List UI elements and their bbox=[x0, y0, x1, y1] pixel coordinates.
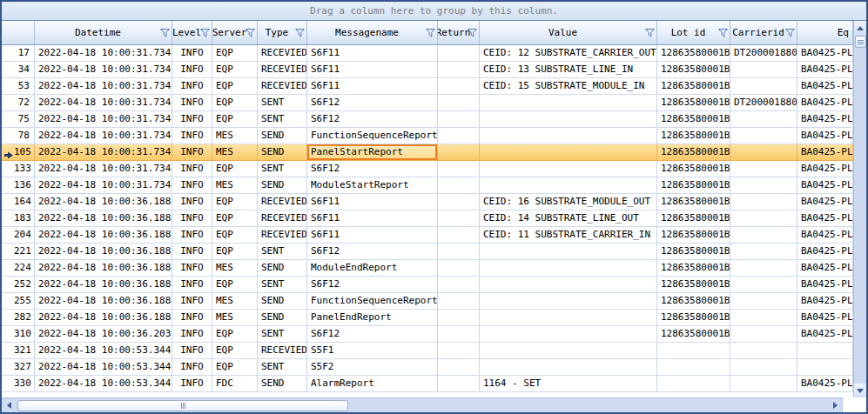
table-row[interactable]: 1832022-04-18 10:00:36.188INFOEQPRECEVIE… bbox=[2, 210, 853, 227]
cell-messagename: S6F12 bbox=[307, 277, 438, 293]
cell-eqpid: BA0425-PLA bbox=[797, 227, 853, 244]
table-row[interactable]: 752022-04-18 10:00:31.734INFOEQPSENTS6F1… bbox=[2, 111, 853, 128]
cell-carrierid bbox=[730, 227, 797, 244]
cell-eqpid: BA0425-PLA bbox=[797, 310, 853, 326]
cell-server: EQP bbox=[212, 326, 258, 343]
cell-return bbox=[438, 177, 480, 194]
table-row[interactable]: 2212022-04-18 10:00:36.188INFOEQPSENTS6F… bbox=[2, 244, 853, 260]
cell-lotid bbox=[657, 376, 730, 392]
table-row[interactable]: 1332022-04-18 10:00:31.734INFOEQPSENTS6F… bbox=[2, 161, 853, 177]
cell-datetime: 2022-04-18 10:00:31.734 bbox=[35, 95, 172, 111]
cell-server: EQP bbox=[212, 62, 258, 78]
filter-icon[interactable] bbox=[785, 29, 795, 37]
column-header-server[interactable]: Server bbox=[212, 21, 258, 45]
cell-messagename: AlarmReport bbox=[307, 376, 438, 392]
column-header-messagename[interactable]: Messagename bbox=[307, 21, 438, 45]
filter-icon[interactable] bbox=[645, 29, 655, 37]
table-row[interactable]: 722022-04-18 10:00:31.734INFOEQPSENTS6F1… bbox=[2, 95, 853, 111]
cell-value bbox=[480, 244, 657, 260]
cell-messagename: PanelEndReport bbox=[307, 310, 438, 326]
table-row[interactable]: 782022-04-18 10:00:31.734INFOMESSENDFunc… bbox=[2, 128, 853, 144]
filter-icon[interactable] bbox=[160, 29, 170, 37]
cell-type: SENT bbox=[258, 277, 307, 293]
scroll-right-button[interactable] bbox=[828, 398, 842, 412]
cell-server: EQP bbox=[212, 161, 258, 177]
cell-type: RECEVIED bbox=[258, 210, 307, 227]
column-header-level[interactable]: Level bbox=[172, 21, 212, 45]
table-row[interactable]: 2242022-04-18 10:00:36.188INFOMESSENDMod… bbox=[2, 260, 853, 277]
cell-level: INFO bbox=[172, 277, 212, 293]
scroll-left-button[interactable] bbox=[2, 398, 16, 412]
table-row[interactable]: 1642022-04-18 10:00:36.188INFOEQPRECEVIE… bbox=[2, 194, 853, 210]
cell-messagename: S6F12 bbox=[307, 95, 438, 111]
horizontal-scroll-thumb[interactable] bbox=[17, 400, 348, 411]
column-header-rownumber[interactable] bbox=[2, 21, 35, 45]
column-header-eqpid[interactable]: Eq bbox=[797, 21, 853, 45]
cell-value: CEID: 13 SUBSTRATE_LINE_IN bbox=[480, 62, 657, 78]
table-row[interactable]: 3102022-04-18 10:00:36.203INFOEQPSENTS6F… bbox=[2, 326, 853, 343]
cell-level: INFO bbox=[172, 161, 212, 177]
scroll-up-button[interactable] bbox=[854, 21, 866, 35]
column-header-type[interactable]: Type bbox=[258, 21, 307, 45]
cell-value bbox=[480, 111, 657, 128]
cell-carrierid bbox=[730, 111, 797, 128]
cell-level: INFO bbox=[172, 144, 212, 161]
cell-messagename: S6F11 bbox=[307, 227, 438, 244]
column-header-value[interactable]: Value bbox=[480, 21, 657, 45]
cell-datetime: 2022-04-18 10:00:36.188 bbox=[35, 277, 172, 293]
vertical-scroll-thumb[interactable] bbox=[855, 36, 866, 48]
column-header-lotid[interactable]: Lot id bbox=[657, 21, 730, 45]
table-row[interactable]: 1362022-04-18 10:00:31.734INFOMESSENDMod… bbox=[2, 177, 853, 194]
cell-server: FDC bbox=[212, 376, 258, 392]
cell-server: EQP bbox=[212, 244, 258, 260]
table-row[interactable]: 172022-04-18 10:00:31.734INFOEQPRECEVIED… bbox=[2, 45, 853, 62]
table-row[interactable]: 2042022-04-18 10:00:36.188INFOEQPRECEVIE… bbox=[2, 227, 853, 244]
table-row[interactable]: 3272022-04-18 10:00:53.344INFOEQPSENTS5F… bbox=[2, 359, 853, 376]
cell-carrierid bbox=[730, 194, 797, 210]
column-header-return[interactable]: Return bbox=[438, 21, 480, 45]
cell-return bbox=[438, 78, 480, 95]
cell-lotid: 12863580001B bbox=[657, 260, 730, 277]
cell-rownumber: 34 bbox=[2, 62, 35, 78]
cell-return bbox=[438, 310, 480, 326]
cell-messagename: S6F11 bbox=[307, 62, 438, 78]
column-header-datetime[interactable]: Datetime bbox=[35, 21, 172, 45]
horizontal-scrollbar[interactable] bbox=[2, 397, 842, 412]
cell-carrierid bbox=[730, 128, 797, 144]
filter-icon[interactable] bbox=[718, 29, 728, 37]
table-row[interactable]: 532022-04-18 10:00:31.734INFOEQPRECEVIED… bbox=[2, 78, 853, 95]
cell-level: INFO bbox=[172, 45, 212, 62]
cell-return bbox=[438, 161, 480, 177]
table-row[interactable]: 342022-04-18 10:00:31.734INFOEQPRECEVIED… bbox=[2, 62, 853, 78]
cell-value bbox=[480, 310, 657, 326]
column-header-carrierid[interactable]: Carrierid bbox=[730, 21, 797, 45]
scroll-down-button[interactable] bbox=[854, 384, 866, 397]
thumb-grip-icon bbox=[181, 403, 185, 409]
cell-type: SENT bbox=[258, 95, 307, 111]
cell-level: INFO bbox=[172, 210, 212, 227]
table-row-selected[interactable]: 1052022-04-18 10:00:31.734INFOMESSENDPan… bbox=[2, 144, 853, 161]
vertical-scrollbar[interactable] bbox=[853, 21, 866, 397]
cell-rownumber: 105 bbox=[2, 144, 35, 161]
table-row[interactable]: 2522022-04-18 10:00:36.188INFOEQPSENTS6F… bbox=[2, 277, 853, 293]
filter-icon[interactable] bbox=[246, 29, 255, 37]
cell-return bbox=[438, 194, 480, 210]
cell-server: MES bbox=[212, 310, 258, 326]
cell-messagename: S6F11 bbox=[307, 210, 438, 227]
cell-level: INFO bbox=[172, 244, 212, 260]
group-by-bar[interactable]: Drag a column here to group by this colu… bbox=[2, 2, 866, 21]
table-row[interactable]: 2822022-04-18 10:00:36.188INFOMESSENDPan… bbox=[2, 310, 853, 326]
cell-messagename: S5F2 bbox=[307, 359, 438, 376]
bottom-bar bbox=[2, 397, 866, 412]
table-row[interactable]: 3302022-04-18 10:00:53.344INFOFDCSENDAla… bbox=[2, 376, 853, 392]
filter-icon[interactable] bbox=[295, 29, 305, 37]
table-row[interactable]: 2552022-04-18 10:00:36.188INFOMESSENDFun… bbox=[2, 293, 853, 310]
cell-type: SENT bbox=[258, 111, 307, 128]
filter-icon[interactable] bbox=[200, 29, 210, 37]
table-row[interactable]: 3212022-04-18 10:00:53.344INFOEQPRECEVIE… bbox=[2, 343, 853, 359]
cell-messagename: S6F11 bbox=[307, 78, 438, 95]
filter-icon[interactable] bbox=[426, 29, 435, 37]
filter-icon[interactable] bbox=[468, 29, 477, 37]
cell-server: EQP bbox=[212, 45, 258, 62]
cell-eqpid: BA0425-PLA bbox=[797, 277, 853, 293]
